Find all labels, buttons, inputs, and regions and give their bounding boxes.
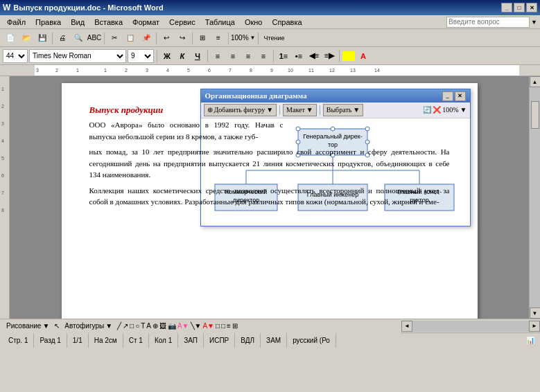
font-select[interactable]: Times New Roman (29, 49, 126, 63)
autoshapes-button[interactable]: Автофигуры ▼ (61, 321, 116, 331)
line-color-tool[interactable]: ╲▼ (191, 322, 202, 330)
menu-edit[interactable]: Правка (31, 17, 65, 27)
ruler-mark: 14 (374, 68, 380, 73)
wordart-tool[interactable]: A (146, 322, 151, 330)
scroll-left-button[interactable]: ◄ (401, 321, 412, 332)
drawing-dropdown[interactable]: ▼ (42, 322, 49, 330)
menu-table[interactable]: Таблица (201, 17, 239, 27)
rect-tool[interactable]: □ (130, 322, 134, 330)
underline-button[interactable]: Ч (191, 49, 204, 63)
h-scroll-track[interactable] (412, 321, 529, 332)
text-with-wrap: ООО «Аврора» было основано в 1992 году. … (89, 119, 450, 142)
drawing-toolbar: Рисование ▼ ↖ Автофигуры ▼ ╱ ↗ □ ○ T A ⊕… (0, 319, 401, 333)
align-left-button[interactable]: ≡ (211, 49, 225, 63)
font-color-button[interactable]: A (356, 49, 370, 63)
v-ruler-mark: 4 (1, 139, 4, 143)
align-justify-button[interactable]: ≡ (256, 49, 270, 63)
zoom-dropdown-icon[interactable]: ▼ (250, 35, 256, 41)
oval-tool[interactable]: ○ (135, 322, 139, 330)
paragraph-2: ных помад, за 10 лет предприятие значите… (89, 146, 450, 181)
close-button[interactable]: ✕ (526, 3, 537, 12)
menu-view[interactable]: Вид (67, 17, 89, 27)
fill-color-tool[interactable]: A▼ (177, 322, 189, 330)
cut-button[interactable]: ✂ (107, 30, 122, 46)
bullets-button[interactable]: •≡ (292, 49, 306, 63)
search-input[interactable] (446, 17, 530, 28)
font-color-tool[interactable]: A▼ (202, 322, 214, 330)
numbering-button[interactable]: 1≡ (277, 49, 290, 63)
3d-tool[interactable]: □ (221, 322, 225, 330)
read-mode-button[interactable]: Чтение (261, 30, 288, 46)
columns-button[interactable]: ≡ (211, 30, 226, 46)
cursor-icon: ↖ (54, 322, 60, 330)
line-tool[interactable]: ╱ (117, 322, 121, 330)
scroll-down-button[interactable]: ▼ (530, 308, 541, 319)
more-tools[interactable]: ≡ (227, 322, 231, 330)
save-button[interactable]: 💾 (35, 30, 50, 46)
scroll-track[interactable] (530, 87, 541, 308)
increase-indent-button[interactable]: ≡▶ (322, 49, 336, 63)
textbox-tool[interactable]: T (141, 322, 145, 330)
arrow-tool[interactable]: ↗ (123, 322, 128, 330)
vertical-scrollbar[interactable]: ▲ ▼ (529, 76, 540, 319)
autoshapes-dropdown[interactable]: ▼ (105, 322, 112, 330)
minimize-button[interactable]: _ (501, 3, 512, 12)
align-tools[interactable]: ⊞ (232, 322, 238, 330)
scroll-thumb[interactable] (531, 101, 539, 129)
menu-help[interactable]: Справка (268, 17, 306, 27)
preview-button[interactable]: 🔍 (71, 30, 86, 46)
window-title: Выпуск продукции.doc - Microsoft Word (13, 3, 163, 12)
ruler-mark: 12 (329, 68, 335, 73)
ruler-mark: 3 (36, 68, 39, 73)
toolbar-sep-1 (52, 32, 53, 44)
menu-insert[interactable]: Вставка (90, 17, 127, 27)
org-panel-title: Организационная диаграмма (205, 91, 307, 101)
paste-button[interactable]: 📌 (139, 30, 154, 46)
search-dropdown-icon[interactable]: ▼ (531, 19, 537, 26)
ruler-left-margin (0, 65, 35, 75)
spellcheck-button[interactable]: ABC (87, 30, 102, 46)
ruler-mark: 8 (250, 68, 252, 73)
bold-button[interactable]: Ж (160, 49, 174, 63)
org-panel-close[interactable]: ✕ (455, 91, 466, 101)
menu-service[interactable]: Сервис (165, 17, 200, 27)
status-position: На 2см (89, 333, 123, 348)
align-right-button[interactable]: ≡ (241, 49, 255, 63)
print-button[interactable]: 🖨 (55, 30, 70, 46)
scroll-right-button[interactable]: ► (529, 321, 540, 332)
italic-button[interactable]: К (175, 49, 189, 63)
align-center-button[interactable]: ≡ (226, 49, 240, 63)
menu-format[interactable]: Формат (128, 17, 164, 27)
document-area: Организационная диаграмма _ ✕ ⊕ Добавить… (10, 76, 529, 319)
diagram-tool[interactable]: ⊕ (153, 322, 158, 330)
open-button[interactable]: 📂 (19, 30, 34, 46)
org-zoom-dropdown[interactable]: ▼ (460, 105, 467, 115)
font-size-select[interactable]: 9 (128, 49, 154, 63)
window-controls[interactable]: _ □ ✕ (501, 3, 537, 12)
new-button[interactable]: 📄 (3, 30, 18, 46)
status-isp: ИСПР (204, 333, 235, 348)
horizontal-scrollbar[interactable]: ◄ ► (401, 321, 540, 332)
v-ruler-mark: 5 (1, 156, 4, 161)
image-tool[interactable]: 📷 (168, 322, 176, 330)
search-box[interactable]: ▼ (446, 17, 537, 28)
copy-button[interactable]: 📋 (123, 30, 138, 46)
highlight-button[interactable] (342, 51, 355, 61)
redo-button[interactable]: ↪ (175, 30, 190, 46)
undo-button[interactable]: ↩ (159, 30, 174, 46)
maximize-button[interactable]: □ (514, 3, 525, 12)
org-panel-minimize[interactable]: _ (442, 91, 453, 101)
style-select[interactable]: 44 (3, 49, 28, 63)
table-button[interactable]: ⊞ (195, 30, 210, 46)
zoom-control[interactable]: 100% ▼ (231, 34, 256, 42)
drawing-button[interactable]: Рисование ▼ (3, 321, 53, 331)
scroll-up-button[interactable]: ▲ (530, 76, 541, 87)
menu-window[interactable]: Окно (241, 17, 267, 27)
decrease-indent-button[interactable]: ◀≡ (307, 49, 321, 63)
ruler-mark: 2 (55, 68, 58, 73)
clipart-tool[interactable]: 🖼 (159, 322, 166, 330)
status-section: Разд 1 (34, 333, 67, 348)
menu-file[interactable]: Файл (3, 17, 30, 27)
drawing-label: Рисование (6, 322, 41, 330)
shadow-tool[interactable]: □ (216, 322, 220, 330)
